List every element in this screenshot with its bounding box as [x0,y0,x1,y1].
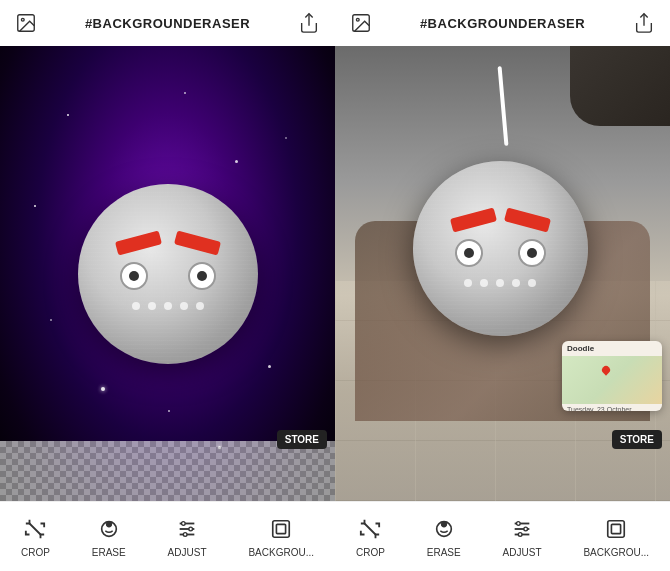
eye-right [188,262,216,290]
svg-rect-12 [273,521,290,538]
erase-icon [95,515,123,543]
left-panel: #BACKGROUNDERASER [0,0,335,571]
right-share-icon[interactable] [632,11,656,35]
right-panel: #BACKGROUNDERASER [335,0,670,571]
led-row [132,302,204,310]
right-eye-left [455,239,483,267]
svg-point-23 [517,522,521,526]
pupil-right [197,271,207,281]
eye-left [120,262,148,290]
svg-line-3 [30,524,41,535]
svg-point-9 [182,522,186,526]
right-background-label: BACKGROU... [583,547,649,558]
svg-line-17 [365,524,376,535]
right-led-4 [512,279,520,287]
left-canvas-area: STORE [0,46,335,501]
led-3 [164,302,172,310]
right-background-icon [602,515,630,543]
left-store-button[interactable]: STORE [277,430,327,449]
speaker-ball-container [78,184,258,364]
right-erase-label: ERASE [427,547,461,558]
map-content [562,356,662,404]
right-tool-adjust[interactable]: ADJUST [503,515,542,558]
right-store-button[interactable]: STORE [612,430,662,449]
svg-rect-13 [277,524,286,533]
right-led-3 [496,279,504,287]
svg-point-24 [524,527,528,531]
svg-point-10 [189,527,193,531]
adjust-icon [173,515,201,543]
right-speaker-ball [413,161,588,336]
led-5 [196,302,204,310]
transparency-grid [0,441,335,501]
right-led-5 [528,279,536,287]
left-canvas[interactable]: STORE [0,46,335,501]
right-tool-background[interactable]: BACKGROU... [583,515,649,558]
right-image-icon[interactable] [349,11,373,35]
right-header: #BACKGROUNDERASER [335,0,670,46]
right-pupil-right [527,248,537,258]
left-toolbar: CROP ERASE [0,501,335,571]
crop-icon [21,515,49,543]
right-adjust-icon [508,515,536,543]
right-led-row [464,279,536,287]
led-1 [132,302,140,310]
map-overlay: Doodle Tuesday, 23 October [562,341,662,411]
svg-point-25 [518,533,522,537]
left-tool-crop[interactable]: CROP [21,515,50,558]
speaker-ball [78,184,258,364]
svg-rect-26 [608,521,625,538]
left-header-title: #BACKGROUNDERASER [85,16,250,31]
svg-point-5 [106,522,111,527]
right-pupil-left [464,248,474,258]
left-erase-label: ERASE [92,547,126,558]
right-tool-erase[interactable]: ERASE [427,515,461,558]
led-4 [180,302,188,310]
right-speaker-container [413,161,593,341]
chair-area [570,46,670,126]
left-header: #BACKGROUNDERASER [0,0,335,46]
right-canvas[interactable]: Doodle Tuesday, 23 October STORE [335,46,670,501]
right-eye-right [518,239,546,267]
svg-point-15 [356,18,359,21]
right-canvas-area: Doodle Tuesday, 23 October STORE [335,46,670,501]
map-label: Doodle [562,341,662,356]
right-erase-icon [430,515,458,543]
left-tool-adjust[interactable]: ADJUST [168,515,207,558]
background-icon [267,515,295,543]
left-tool-erase[interactable]: ERASE [92,515,126,558]
right-header-title: #BACKGROUNDERASER [420,16,585,31]
svg-point-11 [183,533,187,537]
led-2 [148,302,156,310]
right-led-1 [464,279,472,287]
left-background-label: BACKGROU... [248,547,314,558]
left-adjust-label: ADJUST [168,547,207,558]
right-tool-crop[interactable]: CROP [356,515,385,558]
pupil-left [129,271,139,281]
right-toolbar: CROP ERASE [335,501,670,571]
map-pin [600,364,611,375]
svg-point-1 [21,18,24,21]
left-share-icon[interactable] [297,11,321,35]
right-adjust-label: ADJUST [503,547,542,558]
svg-point-19 [441,522,446,527]
svg-rect-27 [612,524,621,533]
right-crop-label: CROP [356,547,385,558]
right-led-2 [480,279,488,287]
right-crop-icon [356,515,384,543]
left-image-icon[interactable] [14,11,38,35]
left-tool-background[interactable]: BACKGROU... [248,515,314,558]
left-crop-label: CROP [21,547,50,558]
map-date: Tuesday, 23 October [562,404,662,411]
